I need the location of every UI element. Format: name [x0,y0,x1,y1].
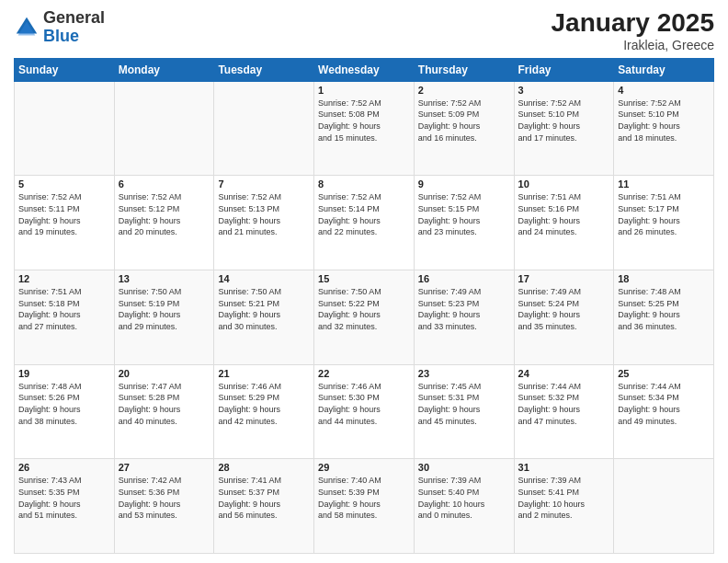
calendar-cell: 7Sunrise: 7:52 AM Sunset: 5:13 PM Daylig… [214,176,314,270]
day-number: 30 [418,462,510,473]
day-number: 19 [18,368,110,379]
header: General Blue January 2025 Irakleia, Gree… [14,9,714,52]
day-number: 7 [218,178,310,190]
page: General Blue January 2025 Irakleia, Gree… [0,0,728,563]
calendar-cell: 3Sunrise: 7:52 AM Sunset: 5:10 PM Daylig… [514,81,614,176]
calendar-cell: 6Sunrise: 7:52 AM Sunset: 5:12 PM Daylig… [114,176,214,270]
day-number: 12 [18,273,110,284]
day-number: 24 [518,368,610,379]
calendar-cell: 19Sunrise: 7:48 AM Sunset: 5:26 PM Dayli… [15,364,115,459]
day-info: Sunrise: 7:51 AM Sunset: 5:18 PM Dayligh… [18,286,110,332]
day-info: Sunrise: 7:50 AM Sunset: 5:21 PM Dayligh… [218,286,310,332]
day-info: Sunrise: 7:52 AM Sunset: 5:13 PM Dayligh… [218,191,310,237]
calendar-cell: 13Sunrise: 7:50 AM Sunset: 5:19 PM Dayli… [114,270,214,365]
day-number: 25 [618,368,710,379]
col-monday: Monday [114,58,214,81]
calendar-cell: 15Sunrise: 7:50 AM Sunset: 5:22 PM Dayli… [314,270,415,365]
day-info: Sunrise: 7:49 AM Sunset: 5:23 PM Dayligh… [418,286,510,332]
logo-blue: Blue [43,27,79,45]
day-info: Sunrise: 7:42 AM Sunset: 5:36 PM Dayligh… [119,475,210,521]
day-info: Sunrise: 7:52 AM Sunset: 5:14 PM Dayligh… [318,191,410,237]
day-number: 6 [119,178,210,190]
day-info: Sunrise: 7:52 AM Sunset: 5:10 PM Dayligh… [518,98,610,144]
day-info: Sunrise: 7:45 AM Sunset: 5:31 PM Dayligh… [418,381,510,427]
day-info: Sunrise: 7:52 AM Sunset: 5:09 PM Dayligh… [418,98,510,144]
day-number: 11 [618,178,710,190]
day-number: 31 [518,462,610,473]
day-info: Sunrise: 7:48 AM Sunset: 5:26 PM Dayligh… [18,381,110,427]
day-number: 5 [18,178,110,190]
day-info: Sunrise: 7:39 AM Sunset: 5:41 PM Dayligh… [518,475,610,521]
calendar-cell: 25Sunrise: 7:44 AM Sunset: 5:34 PM Dayli… [614,364,714,459]
calendar-cell [214,81,314,176]
calendar-cell: 11Sunrise: 7:51 AM Sunset: 5:17 PM Dayli… [614,176,714,270]
calendar-cell: 1Sunrise: 7:52 AM Sunset: 5:08 PM Daylig… [314,81,415,176]
day-number: 14 [218,273,310,284]
calendar-week-4: 19Sunrise: 7:48 AM Sunset: 5:26 PM Dayli… [15,364,714,459]
calendar-cell: 29Sunrise: 7:40 AM Sunset: 5:39 PM Dayli… [314,459,415,554]
calendar-title: January 2025 [552,9,714,38]
title-block: January 2025 Irakleia, Greece [552,9,714,52]
logo-general: General [43,8,105,27]
col-sunday: Sunday [15,58,115,81]
calendar-cell: 16Sunrise: 7:49 AM Sunset: 5:23 PM Dayli… [414,270,514,365]
calendar-cell: 18Sunrise: 7:48 AM Sunset: 5:25 PM Dayli… [614,270,714,365]
calendar-cell [114,81,214,176]
calendar-cell: 30Sunrise: 7:39 AM Sunset: 5:40 PM Dayli… [414,459,514,554]
day-info: Sunrise: 7:46 AM Sunset: 5:29 PM Dayligh… [218,381,310,427]
day-info: Sunrise: 7:52 AM Sunset: 5:08 PM Dayligh… [318,98,410,144]
day-number: 1 [318,85,410,96]
day-info: Sunrise: 7:47 AM Sunset: 5:28 PM Dayligh… [119,381,210,427]
calendar-cell: 24Sunrise: 7:44 AM Sunset: 5:32 PM Dayli… [514,364,614,459]
day-number: 4 [618,85,710,96]
calendar-cell: 9Sunrise: 7:52 AM Sunset: 5:15 PM Daylig… [414,176,514,270]
col-wednesday: Wednesday [314,58,415,81]
day-info: Sunrise: 7:52 AM Sunset: 5:10 PM Dayligh… [618,98,710,144]
col-saturday: Saturday [614,58,714,81]
day-info: Sunrise: 7:52 AM Sunset: 5:12 PM Dayligh… [119,191,210,237]
day-info: Sunrise: 7:44 AM Sunset: 5:34 PM Dayligh… [618,381,710,427]
calendar-cell: 22Sunrise: 7:46 AM Sunset: 5:30 PM Dayli… [314,364,415,459]
day-info: Sunrise: 7:50 AM Sunset: 5:22 PM Dayligh… [318,286,410,332]
calendar-cell: 20Sunrise: 7:47 AM Sunset: 5:28 PM Dayli… [114,364,214,459]
day-number: 23 [418,368,510,379]
day-info: Sunrise: 7:49 AM Sunset: 5:24 PM Dayligh… [518,286,610,332]
day-info: Sunrise: 7:40 AM Sunset: 5:39 PM Dayligh… [318,475,410,521]
col-tuesday: Tuesday [214,58,314,81]
calendar-cell: 2Sunrise: 7:52 AM Sunset: 5:09 PM Daylig… [414,81,514,176]
day-number: 22 [318,368,410,379]
day-number: 29 [318,462,410,473]
calendar-cell: 12Sunrise: 7:51 AM Sunset: 5:18 PM Dayli… [15,270,115,365]
day-number: 3 [518,85,610,96]
calendar-cell: 28Sunrise: 7:41 AM Sunset: 5:37 PM Dayli… [214,459,314,554]
day-number: 9 [418,178,510,190]
day-number: 8 [318,178,410,190]
day-number: 27 [119,462,210,473]
calendar-week-2: 5Sunrise: 7:52 AM Sunset: 5:11 PM Daylig… [15,176,714,270]
day-number: 18 [618,273,710,284]
day-number: 13 [119,273,210,284]
day-info: Sunrise: 7:43 AM Sunset: 5:35 PM Dayligh… [18,475,110,521]
calendar-cell: 27Sunrise: 7:42 AM Sunset: 5:36 PM Dayli… [114,459,214,554]
day-number: 17 [518,273,610,284]
day-number: 26 [18,462,110,473]
calendar-header-row: Sunday Monday Tuesday Wednesday Thursday… [15,58,714,81]
day-info: Sunrise: 7:48 AM Sunset: 5:25 PM Dayligh… [618,286,710,332]
calendar-table: Sunday Monday Tuesday Wednesday Thursday… [14,58,714,554]
logo-icon [14,15,40,40]
calendar-cell [614,459,714,554]
day-info: Sunrise: 7:50 AM Sunset: 5:19 PM Dayligh… [119,286,210,332]
calendar-cell: 10Sunrise: 7:51 AM Sunset: 5:16 PM Dayli… [514,176,614,270]
calendar-cell: 4Sunrise: 7:52 AM Sunset: 5:10 PM Daylig… [614,81,714,176]
day-info: Sunrise: 7:52 AM Sunset: 5:11 PM Dayligh… [18,191,110,237]
col-friday: Friday [514,58,614,81]
calendar-cell: 23Sunrise: 7:45 AM Sunset: 5:31 PM Dayli… [414,364,514,459]
day-info: Sunrise: 7:52 AM Sunset: 5:15 PM Dayligh… [418,191,510,237]
calendar-cell: 5Sunrise: 7:52 AM Sunset: 5:11 PM Daylig… [15,176,115,270]
day-info: Sunrise: 7:51 AM Sunset: 5:17 PM Dayligh… [618,191,710,237]
calendar-cell [15,81,115,176]
logo-text: General Blue [43,9,105,46]
day-number: 28 [218,462,310,473]
col-thursday: Thursday [414,58,514,81]
day-info: Sunrise: 7:39 AM Sunset: 5:40 PM Dayligh… [418,475,510,521]
